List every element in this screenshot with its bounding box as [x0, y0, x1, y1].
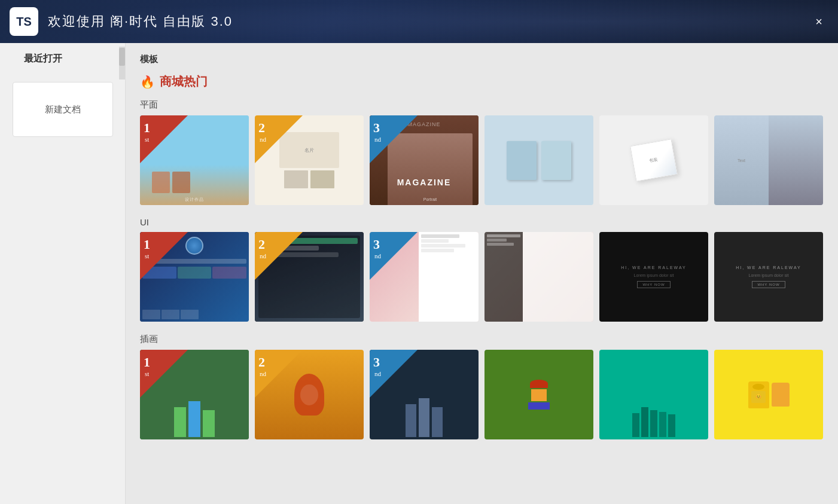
titlebar: TS 欢迎使用 阁·时代 自由版 3.0 ×	[0, 0, 838, 43]
template-card[interactable]: HI, WE ARE RALEWAY Lorem ipsum dolor sit…	[714, 232, 823, 322]
template-card[interactable]: 名片 2 nd	[255, 115, 364, 205]
hot-section: 🔥 商城热门	[140, 74, 824, 90]
app-title: 欢迎使用 阁·时代 自由版 3.0	[48, 13, 233, 30]
template-card[interactable]: Text	[714, 115, 823, 205]
rank-badge-1: 1 st	[140, 232, 188, 280]
template-card[interactable]	[484, 232, 593, 322]
main-layout: 最近打开 新建文档 模板 🔥 商城热门 平面	[0, 43, 838, 504]
hot-section-title: 商城热门	[160, 74, 208, 90]
sidebar: 最近打开 新建文档	[0, 43, 126, 504]
new-document-card[interactable]: 新建文档	[13, 82, 113, 137]
category-label-ui: UI	[140, 217, 824, 227]
template-card[interactable]: 3 nd	[370, 232, 479, 322]
rank-badge-2: 2 nd	[255, 350, 303, 398]
template-grid-flat: 设计作品 1 st 名片 2	[140, 115, 824, 205]
content-area[interactable]: 模板 🔥 商城热门 平面 设计作品 1 st	[126, 43, 838, 504]
template-card[interactable]: HI, WE ARE RALEWAY Lorem ipsum dolor sit…	[599, 232, 708, 322]
template-card[interactable]: 2 nd	[255, 350, 364, 439]
sidebar-section-label: 最近打开	[12, 53, 62, 65]
rank-badge-1: 1 st	[140, 115, 188, 163]
template-card[interactable]	[484, 115, 593, 205]
rank-badge-2: 2 nd	[255, 232, 303, 280]
fire-icon: 🔥	[140, 75, 155, 89]
template-card[interactable]	[599, 350, 708, 439]
template-card[interactable]	[484, 350, 593, 439]
rank-badge-3: 3 nd	[370, 115, 418, 163]
rank-badge-2: 2 nd	[255, 115, 303, 163]
new-doc-label: 新建文档	[45, 104, 81, 115]
rank-badge-3: 3 nd	[370, 350, 418, 398]
category-label-flat: 平面	[140, 99, 824, 111]
app-logo: TS	[10, 7, 38, 36]
rank-badge-1: 1 st	[140, 350, 188, 398]
section-title: 模板	[140, 54, 824, 65]
template-card[interactable]: 包装	[599, 115, 708, 205]
template-card[interactable]: 😊	[714, 350, 823, 439]
rank-badge-3: 3 nd	[370, 232, 418, 280]
template-card[interactable]: 设计作品 1 st	[140, 115, 249, 205]
close-button[interactable]: ×	[809, 12, 828, 31]
template-card[interactable]: MAGAZINE Portrait 3 nd	[370, 115, 479, 205]
category-label-illus: 插画	[140, 334, 824, 345]
template-card[interactable]: 1 st	[140, 350, 249, 439]
template-card[interactable]: 3 nd	[370, 350, 479, 439]
template-card[interactable]: 1 st	[140, 232, 249, 322]
template-grid-illus: 1 st 2 nd	[140, 350, 824, 439]
template-grid-ui: 1 st 2 nd	[140, 232, 824, 322]
template-card[interactable]: 2 nd	[255, 232, 364, 322]
